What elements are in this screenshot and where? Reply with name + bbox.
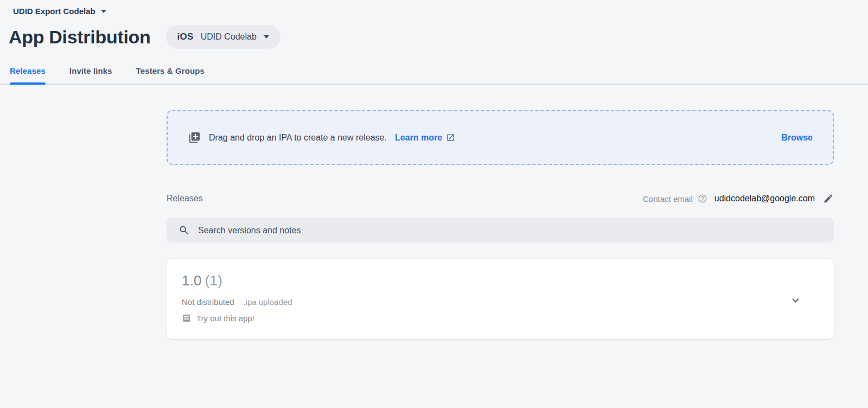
tab-bar: Releases Invite links Testers & Groups [0,63,868,85]
search-icon [178,225,190,236]
status-text: Not distributed [182,297,234,307]
learn-more-label: Learn more [395,133,442,143]
library-add-icon [188,131,201,144]
chevron-down-icon [264,35,269,39]
status-detail: .ipa uploaded [243,297,292,307]
tab-testers-groups[interactable]: Testers & Groups [136,63,205,84]
open-in-new-icon [446,133,455,142]
chevron-down-icon [101,10,106,13]
release-note: Try out this app! [182,314,819,323]
ios-platform-icon: iOS [177,31,194,42]
expand-release-icon[interactable] [789,294,802,307]
contact-email-label: Contact email [643,194,693,203]
version-number: 1.0 [182,272,202,289]
releases-section-title: Releases [167,194,203,203]
search-input[interactable] [198,226,822,235]
browse-button[interactable]: Browse [781,133,813,143]
app-selector-label: UDID Codelab [201,32,257,42]
help-icon[interactable] [698,194,707,203]
contact-email-value: udidcodelab@google.com [714,194,815,203]
edit-icon[interactable] [823,193,834,204]
status-separator: – [237,297,241,307]
release-note-text: Try out this app! [196,314,254,323]
release-status: Not distributed – .ipa uploaded [182,297,819,307]
learn-more-link[interactable]: Learn more [395,133,455,143]
main-content: Drag and drop an IPA to create a new rel… [167,110,834,339]
header: App Distribution iOS UDID Codelab [9,25,868,49]
release-notes-icon [182,314,191,323]
project-name: UDID Export Codelab [13,7,95,16]
ipa-dropzone[interactable]: Drag and drop an IPA to create a new rel… [167,110,834,165]
page-title: App Distribution [9,27,151,48]
build-number: (1) [205,272,222,289]
contact-email-group: Contact email udidcodelab@google.com [643,193,834,204]
project-switcher[interactable]: UDID Export Codelab [13,7,106,16]
search-bar[interactable] [167,218,834,243]
dropzone-message-group: Drag and drop an IPA to create a new rel… [188,131,455,144]
dropzone-message: Drag and drop an IPA to create a new rel… [209,133,387,143]
app-selector[interactable]: iOS UDID Codelab [166,25,280,49]
tab-releases[interactable]: Releases [10,63,46,84]
release-card[interactable]: 1.0(1) Not distributed – .ipa uploaded T… [167,259,834,339]
releases-section-header: Releases Contact email udidcodelab@googl… [167,193,834,204]
tab-invite-links[interactable]: Invite links [69,63,112,84]
release-version: 1.0(1) [182,272,819,289]
